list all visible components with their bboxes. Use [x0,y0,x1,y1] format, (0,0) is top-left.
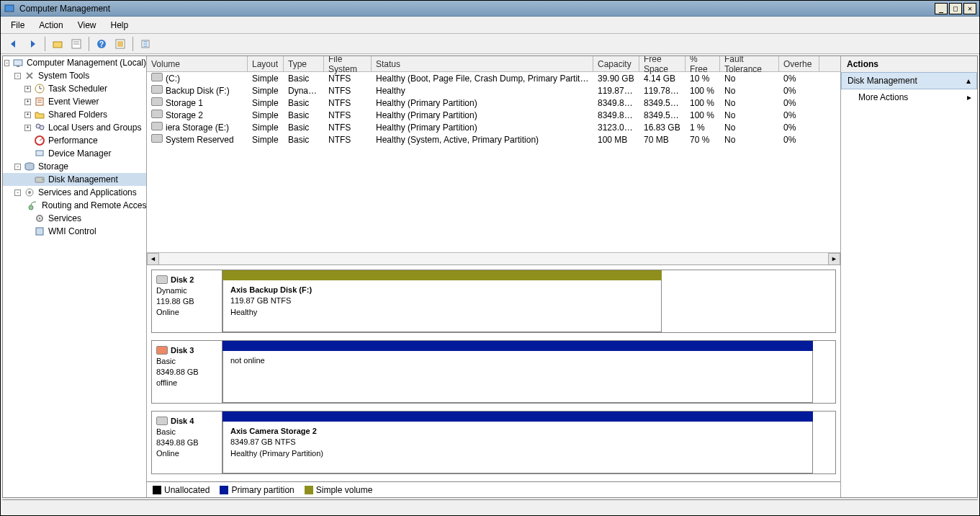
scroll-right-button[interactable]: ► [828,253,840,265]
column-volume[interactable]: Volume [147,56,248,71]
tree-services-and-applications[interactable]: -Services and Applications [3,186,146,199]
scroll-track[interactable] [159,253,828,265]
partition-wrapper[interactable]: Axis Camera Storage 28349.87 GB NTFSHeal… [222,412,813,473]
tree-computer-management-local-[interactable]: -Computer Management (Local) [3,56,146,69]
tree-storage[interactable]: -Storage [3,160,146,173]
column-over[interactable]: Overhe [779,56,819,71]
expand-icon[interactable]: - [14,190,21,196]
tree-label: Routing and Remote Access [42,200,147,210]
partition-color-bar [222,270,662,280]
disk-row[interactable]: Disk 4Basic8349.88 GBOnlineAxis Camera S… [151,411,836,474]
svg-point-24 [28,191,31,194]
expand-icon[interactable]: + [24,99,31,105]
tree-label: Storage [38,161,68,172]
volume-list-body[interactable]: (C:)SimpleBasicNTFSHealthy (Boot, Page F… [147,72,840,252]
menu-view[interactable]: View [71,18,104,32]
maximize-button[interactable]: □ [949,3,962,14]
cell-fault: No [720,98,779,108]
tree-wmi-control[interactable]: WMI Control [3,225,146,238]
device-icon [34,148,45,159]
partition-wrapper[interactable]: not online [222,341,813,403]
cell-over: 0% [779,86,819,96]
column-pfree[interactable]: % Free [685,56,720,71]
volume-row[interactable]: iera Storage (E:)SimpleBasicNTFSHealthy … [147,121,840,133]
actions-section-disk-management[interactable]: Disk Management ▴ [841,72,977,89]
actions-more-actions[interactable]: More Actions ▸ [841,89,977,105]
expand-icon[interactable]: + [24,86,31,92]
scroll-left-button[interactable]: ◄ [147,253,159,265]
properties-button[interactable] [68,36,85,52]
disk-name: Disk 2 [171,275,194,285]
clock-icon [34,83,45,94]
drive-icon [151,73,163,81]
tree-task-scheduler[interactable]: +Task Scheduler [3,82,146,95]
back-button[interactable] [5,36,22,52]
tree-label: Disk Management [48,174,118,184]
minimize-button[interactable]: _ [935,3,948,14]
titlebar[interactable]: Computer Management _ □ ✕ [1,1,979,17]
partition-body[interactable]: Axis Backup Disk (F:)119.87 GB NTFSHealt… [222,280,662,332]
svg-point-25 [29,205,33,210]
tree-performance[interactable]: Performance [3,134,146,147]
column-fs[interactable]: File System [324,56,372,71]
partition-wrapper[interactable]: Axis Backup Disk (F:)119.87 GB NTFSHealt… [222,270,662,332]
tree-pane[interactable]: -Computer Management (Local)-System Tool… [3,56,147,497]
cell-volume: (C:) [147,73,248,84]
cell-layout: Simple [248,123,284,133]
drive-icon [151,97,163,106]
cell-over: 0% [779,98,819,108]
disk-info: Disk 2Dynamic119.88 GBOnline [152,270,222,332]
disk-icon [156,275,168,284]
volume-row[interactable]: (C:)SimpleBasicNTFSHealthy (Boot, Page F… [147,72,840,84]
up-button[interactable] [49,36,66,52]
close-button[interactable]: ✕ [963,3,976,14]
volume-row[interactable]: Storage 1SimpleBasicNTFSHealthy (Primary… [147,97,840,109]
menu-file[interactable]: File [4,18,32,32]
column-type[interactable]: Type [284,56,324,71]
cell-status: Healthy (System, Active, Primary Partiti… [372,135,593,145]
tree-routing-and-remote-access[interactable]: Routing and Remote Access [3,199,146,212]
tree-local-users-and-groups[interactable]: +Local Users and Groups [3,121,146,134]
tree-shared-folders[interactable]: +Shared Folders [3,108,146,121]
column-free[interactable]: Free Space [639,56,685,71]
disk-row[interactable]: Disk 3Basic8349.88 GBofflinenot online [151,340,836,404]
column-capacity[interactable]: Capacity [593,56,639,71]
tree-label: Shared Folders [48,110,107,120]
cell-type: Basic [284,98,324,108]
tree-label: Services [48,213,81,223]
export-list-button[interactable] [137,36,154,52]
column-fault[interactable]: Fault Tolerance [720,56,779,71]
menu-action[interactable]: Action [32,18,70,32]
tree-disk-management[interactable]: Disk Management [3,173,146,186]
tree-services[interactable]: Services [3,212,146,225]
refresh-button[interactable] [112,36,129,52]
tree-device-manager[interactable]: Device Manager [3,147,146,160]
toolbar-separator [132,37,133,51]
tree-system-tools[interactable]: -System Tools [3,69,146,82]
expand-icon[interactable]: + [24,112,31,118]
expand-icon[interactable]: - [14,164,21,170]
volume-row[interactable]: Storage 2SimpleBasicNTFSHealthy (Primary… [147,109,840,121]
tree-event-viewer[interactable]: +Event Viewer [3,95,146,108]
expand-icon[interactable]: + [24,125,31,131]
expand-icon[interactable]: - [14,73,21,79]
expand-icon[interactable]: - [4,60,9,66]
partition-body[interactable]: Axis Camera Storage 28349.87 GB NTFSHeal… [222,422,813,473]
cell-free: 119.78 GB [639,86,685,96]
tree-label: Services and Applications [38,187,137,197]
help-button[interactable]: ? [93,36,110,52]
disk-row[interactable]: Disk 2Dynamic119.88 GBOnlineAxis Backup … [151,270,836,333]
volume-row[interactable]: System ReservedSimpleBasicNTFSHealthy (S… [147,133,840,146]
disk-type: Basic [156,427,217,437]
volume-row[interactable]: Backup Disk (F:)SimpleDynamicNTFSHealthy… [147,84,840,97]
column-layout[interactable]: Layout [248,56,284,71]
disk-graphic-list[interactable]: Disk 2Dynamic119.88 GBOnlineAxis Backup … [147,265,840,481]
forward-button[interactable] [24,36,41,52]
volume-list-scrollbar[interactable]: ◄ ► [147,252,840,264]
tree-label: WMI Control [48,226,96,236]
partition-body[interactable]: not online [222,351,813,403]
menu-help[interactable]: Help [104,18,136,32]
actions-header: Actions [841,56,977,73]
svg-point-27 [39,218,41,220]
column-status[interactable]: Status [372,56,593,71]
